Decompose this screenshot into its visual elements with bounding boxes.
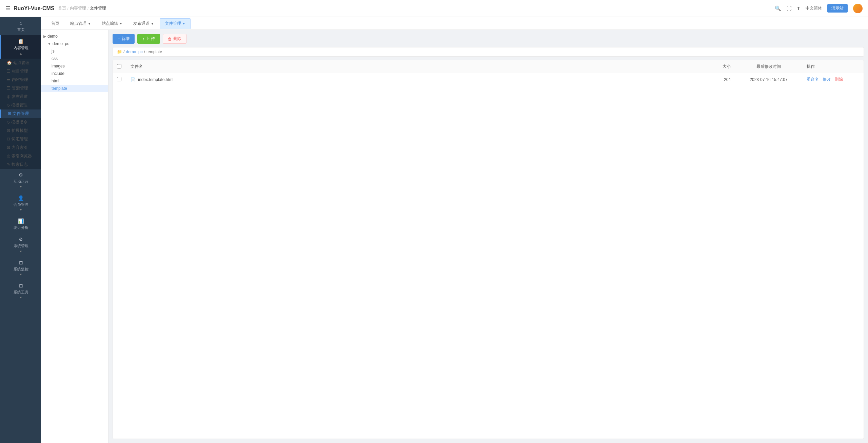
new-icon: + xyxy=(118,37,120,41)
upload-icon: ↑ xyxy=(142,37,144,41)
sidebar-sub-column-icon: ☰ xyxy=(7,69,11,74)
file-icon: 📄 xyxy=(131,77,136,82)
delete-link[interactable]: 删除 xyxy=(835,77,843,82)
breadcrumb-content[interactable]: 内容管理 xyxy=(70,5,86,11)
sidebar-sub-cmd-label: 模板指令 xyxy=(11,119,27,125)
tab-site-mgr[interactable]: 站点管理 ▼ xyxy=(65,18,96,29)
menu-toggle-icon[interactable]: ☰ xyxy=(5,5,10,12)
sidebar-sub-search-log[interactable]: ✎ 搜索日志 xyxy=(0,160,41,169)
sidebar-sub-template-mgr[interactable]: ◇ 模板管理 xyxy=(0,101,41,109)
path-folder-icon: 📁 xyxy=(117,49,122,54)
tree-item-css[interactable]: css xyxy=(41,55,108,62)
tree-item-template[interactable]: template xyxy=(41,85,108,92)
sidebar-sub-resource-label: 资源管理 xyxy=(12,85,28,91)
sidebar-sub-site[interactable]: 🏠 站点管理 xyxy=(0,59,41,67)
sidebar-sub-index-icon: ⊡ xyxy=(7,145,10,150)
sidebar-sub-publish-icon: ◎ xyxy=(7,94,10,99)
monitor-icon: ⊡ xyxy=(19,260,23,265)
sidebar-item-member[interactable]: 👤 会员管理 ▼ xyxy=(0,192,41,215)
table-row: 📄 index.template.html 204 2023-07-16 15:… xyxy=(113,73,864,86)
demo-site-button[interactable]: 演示站 xyxy=(827,4,848,13)
sidebar-sub-resource[interactable]: ☰ 资源管理 xyxy=(0,84,41,93)
tree-item-html[interactable]: html xyxy=(41,77,108,85)
sidebar-sub-content-index[interactable]: ⊡ 内容索引 xyxy=(0,143,41,152)
tree-item-demo-pc[interactable]: ▼ demo_pc xyxy=(41,40,108,47)
table-header-checkbox xyxy=(113,60,126,73)
sidebar-sub-content-icon: ☰ xyxy=(7,77,11,82)
tabs-bar: 首页 站点管理 ▼ 站点编辑 ▼ 发布通道 ▼ 文件管理 ▼ xyxy=(41,17,868,30)
sidebar-item-ops[interactable]: ⚙ 互动运营 ▼ xyxy=(0,169,41,192)
sidebar-sub-extend-icon: ⊡ xyxy=(7,128,10,133)
sidebar-sub-content[interactable]: ☰ 内容管理 xyxy=(0,76,41,84)
sidebar-item-monitor[interactable]: ⊡ 系统监控 ▼ xyxy=(0,257,41,280)
edit-link[interactable]: 修改 xyxy=(823,77,831,82)
tree-expand-demo-icon: ▶ xyxy=(43,34,46,39)
sidebar-sub-log-label: 搜索日志 xyxy=(12,162,28,167)
tab-home[interactable]: 首页 xyxy=(46,18,64,29)
row-checkbox[interactable] xyxy=(117,77,121,81)
sidebar-item-content-management[interactable]: 📋 内容管理 ▲ xyxy=(0,35,41,58)
sidebar-label-ops: 互动运营 xyxy=(14,179,28,184)
sidebar-sub-file-icon: ⊞ xyxy=(8,111,11,116)
sidebar-label-home: 首页 xyxy=(17,27,25,32)
sidebar-sub-site-icon: 🏠 xyxy=(7,60,12,65)
sidebar-sub-index-label: 内容索引 xyxy=(12,145,28,150)
sidebar-sub-column-label: 栏目管理 xyxy=(12,68,28,74)
top-header: ☰ RuoYi-Vue-CMS 首页 / 内容管理 / 文件管理 🔍 ⛶ T 中… xyxy=(0,0,868,17)
select-all-checkbox[interactable] xyxy=(117,64,121,68)
sidebar-sub-column[interactable]: ☰ 栏目管理 xyxy=(0,67,41,76)
tree-item-demo[interactable]: ▶ demo xyxy=(41,33,108,40)
sidebar-sub-site-label: 站点管理 xyxy=(13,60,29,66)
sidebar-item-stats[interactable]: 📊 统计分析 xyxy=(0,215,41,233)
tree-item-include[interactable]: include xyxy=(41,70,108,77)
breadcrumb-home[interactable]: 首页 xyxy=(58,5,66,11)
row-date-cell: 2023-07-16 15:47:07 xyxy=(735,73,803,86)
sidebar-item-tools[interactable]: ⊡ 系统工具 ▼ xyxy=(0,280,41,303)
upload-button[interactable]: ↑ 上 传 xyxy=(137,34,160,44)
sidebar-label-content-mgmt: 内容管理 xyxy=(14,45,28,50)
path-demo-pc[interactable]: demo_pc xyxy=(126,49,142,54)
right-panel: 首页 站点管理 ▼ 站点编辑 ▼ 发布通道 ▼ 文件管理 ▼ xyxy=(41,17,868,443)
sidebar-sub-extend-label: 扩展模型 xyxy=(12,128,28,134)
tree-item-js[interactable]: js xyxy=(41,47,108,55)
sidebar-sub-template-cmd[interactable]: ◇ 模板指令 xyxy=(0,118,41,126)
fullscreen-icon[interactable]: ⛶ xyxy=(787,5,792,11)
tab-site-edit[interactable]: 站点编辑 ▼ xyxy=(97,18,127,29)
sidebar-sub-extend[interactable]: ⊡ 扩展模型 xyxy=(0,126,41,135)
search-icon[interactable]: 🔍 xyxy=(775,5,781,12)
sidebar-label-monitor: 系统监控 xyxy=(14,267,28,271)
table-header-date: 最后修改时间 xyxy=(735,60,803,73)
tree-label-css: css xyxy=(52,56,58,61)
row-actions-cell: 重命名 修改 删除 xyxy=(803,73,864,86)
layout: ⌂ 首页 📋 内容管理 ▲ 🏠 站点管理 ☰ 栏目管理 ☰ 内容管理 ☰ 资源管… xyxy=(0,17,868,443)
tools-icon: ⊡ xyxy=(19,283,23,288)
chevron-down-system-icon: ▼ xyxy=(19,250,22,253)
sidebar-item-home[interactable]: ⌂ 首页 xyxy=(0,17,41,35)
sidebar-sub-content-label: 内容管理 xyxy=(12,77,28,83)
chevron-down-member-icon: ▼ xyxy=(19,208,22,212)
tab-publish[interactable]: 发布通道 ▼ xyxy=(128,18,159,29)
sidebar-sub-file-mgr[interactable]: ⊞ 文件管理 xyxy=(0,109,41,118)
chevron-up-icon: ▲ xyxy=(19,52,22,55)
breadcrumb-current: 文件管理 xyxy=(90,5,106,11)
new-button[interactable]: + 新增 xyxy=(113,34,135,44)
sidebar-sub-publish[interactable]: ◎ 发布通道 xyxy=(0,93,41,101)
member-icon: 👤 xyxy=(18,195,24,201)
tab-file-mgr[interactable]: 文件管理 ▼ xyxy=(160,18,191,29)
tree-item-images[interactable]: images xyxy=(41,62,108,70)
header-right: 🔍 ⛶ T 中文简体 演示站 xyxy=(775,4,863,13)
tree-label-js: js xyxy=(52,49,55,54)
sidebar-sub-vocab[interactable]: ⊡ 词汇管理 xyxy=(0,135,41,143)
sidebar-item-system[interactable]: ⚙ 系统管理 ▼ xyxy=(0,233,41,256)
content-panel: + 新增 ↑ 上 传 🗑 删除 📁 / demo_ xyxy=(108,30,868,443)
lang-switch[interactable]: 中文简体 xyxy=(806,5,822,11)
rename-link[interactable]: 重命名 xyxy=(807,77,819,82)
avatar[interactable] xyxy=(853,4,863,13)
sidebar-sub-search-browser[interactable]: ◎ 索引浏览器 xyxy=(0,152,41,160)
sidebar-sub-template-label: 模板管理 xyxy=(11,102,27,108)
path-sep-1: / xyxy=(123,49,124,54)
tab-home-label: 首页 xyxy=(51,21,59,26)
delete-button[interactable]: 🗑 删除 xyxy=(163,34,186,44)
font-size-icon[interactable]: T xyxy=(797,5,800,11)
tree-label-demo-pc: demo_pc xyxy=(53,41,69,46)
